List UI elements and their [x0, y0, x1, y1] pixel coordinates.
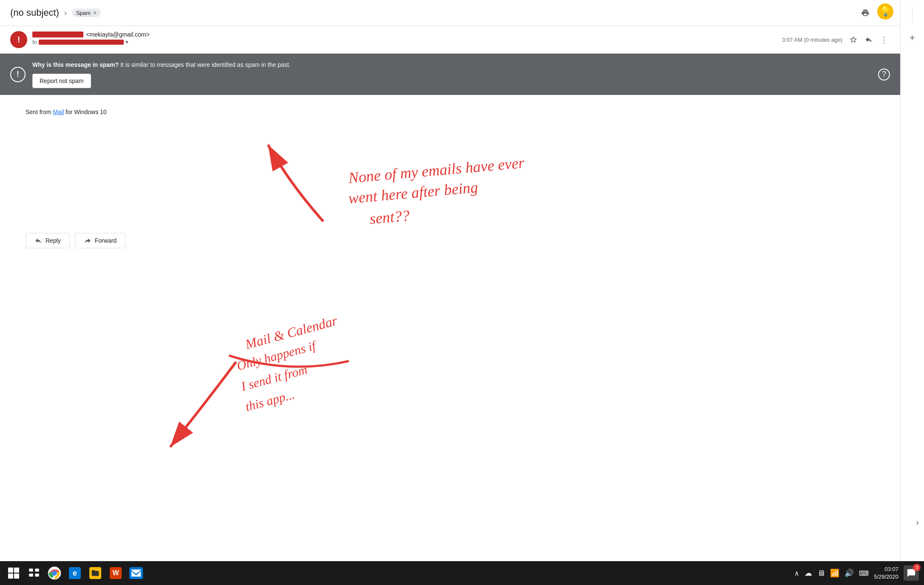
- forward-button[interactable]: Forward: [75, 233, 125, 248]
- sidebar-expand-icon[interactable]: ›: [916, 517, 919, 527]
- svg-text:Mail & Calendar: Mail & Calendar: [243, 313, 339, 352]
- star-icon: [849, 35, 858, 44]
- reply-icon: [34, 237, 42, 244]
- spam-banner: ! Why is this message in spam? It is sim…: [0, 54, 900, 95]
- sidebar-divider-top: [912, 7, 913, 24]
- display-icon: 🖥: [817, 569, 825, 578]
- to-label: to: [32, 39, 37, 45]
- sender-name-redacted: [32, 32, 83, 37]
- svg-text:I send it from: I send it from: [239, 362, 309, 393]
- recipient-redacted: [39, 40, 124, 45]
- svg-rect-15: [35, 574, 39, 576]
- cloud-icon: ☁: [804, 568, 812, 578]
- chat-button[interactable]: 3: [904, 565, 919, 581]
- spam-badge-label: Spam: [76, 10, 91, 16]
- chrome-icon: [48, 566, 61, 580]
- edge-icon: e: [69, 567, 81, 579]
- mail-app-icon: [129, 567, 143, 579]
- sender-to-row: to ▾: [32, 39, 782, 45]
- more-options-icon: ⋮: [880, 34, 888, 45]
- task-view-button[interactable]: [26, 565, 43, 582]
- sender-name-row: <mekiayla@gmail.com>: [32, 31, 782, 38]
- edge-button[interactable]: e: [66, 565, 83, 582]
- network-icon: 📶: [830, 568, 839, 578]
- forward-icon: [84, 237, 91, 244]
- forward-label: Forward: [95, 237, 117, 244]
- sidebar-add-icon[interactable]: +: [910, 32, 915, 43]
- sender-email: <mekiayla@gmail.com>: [86, 31, 150, 38]
- reply-label: Reply: [46, 237, 61, 244]
- spam-reason-bold: Why is this message in spam?: [32, 61, 119, 68]
- svg-rect-8: [8, 568, 13, 573]
- spam-help-icon[interactable]: ?: [878, 69, 890, 80]
- windows-logo-icon: [8, 567, 20, 579]
- mail-link[interactable]: Mail: [53, 109, 64, 115]
- timestamp-text: 3:07 AM (0 minutes ago): [782, 37, 842, 43]
- taskbar: e W ∧ ☁ 🖥 📶 🔊: [0, 561, 924, 585]
- spam-reason-normal: It is similar to messages that were iden…: [119, 61, 291, 68]
- chrome-button[interactable]: [46, 565, 63, 582]
- svg-rect-13: [35, 569, 39, 572]
- report-not-spam-button[interactable]: Report not spam: [32, 74, 91, 88]
- clock-date: 5/29/2020: [874, 573, 898, 581]
- email-body: Sent from Mail for Windows 10: [0, 95, 900, 223]
- keyboard-icon: ⌨: [859, 569, 869, 577]
- file-explorer-icon: [89, 567, 101, 579]
- google-avatar[interactable]: 💡: [877, 3, 893, 20]
- spam-banner-content: Why is this message in spam? It is simil…: [32, 60, 871, 88]
- dropdown-icon[interactable]: ▾: [125, 39, 128, 45]
- svg-rect-12: [29, 569, 33, 572]
- email-meta: ! <mekiayla@gmail.com> to ▾ 3:07 AM (0 m…: [0, 26, 900, 54]
- clock-time: 03:07: [874, 565, 898, 573]
- svg-text:this app...: this app...: [244, 387, 296, 414]
- system-tray: ∧ ☁ 🖥 📶 🔊 ⌨ 03:07 5/29/2020 3: [794, 565, 919, 581]
- file-explorer-button[interactable]: [87, 565, 104, 582]
- spam-badge-close-icon[interactable]: ×: [93, 9, 97, 16]
- print-icon: [861, 9, 870, 17]
- office-icon: W: [110, 567, 122, 579]
- office-button[interactable]: W: [107, 565, 124, 582]
- email-subject: (no subject): [10, 7, 59, 18]
- spam-banner-text: Why is this message in spam? It is simil…: [32, 60, 871, 69]
- avatar-icon: !: [17, 35, 20, 45]
- reply-button[interactable]: Reply: [26, 233, 70, 248]
- system-tray-expand-icon[interactable]: ∧: [794, 569, 799, 577]
- sent-from-text: Sent from Mail for Windows 10: [26, 109, 875, 115]
- forward-arrow-icon: ›: [64, 9, 67, 17]
- reply-header-button[interactable]: [863, 34, 875, 46]
- svg-rect-10: [8, 574, 13, 579]
- more-options-button[interactable]: ⋮: [878, 33, 890, 46]
- action-buttons-row: Reply Forward: [0, 223, 900, 258]
- taskbar-time: 03:07 5/29/2020: [874, 565, 898, 581]
- top-bar: (no subject) › Spam × 💡: [0, 0, 900, 26]
- start-button[interactable]: [5, 565, 22, 582]
- reply-header-icon: [864, 35, 873, 44]
- task-view-icon: [28, 567, 40, 579]
- right-sidebar: + ›: [900, 0, 924, 561]
- volume-icon: 🔊: [844, 568, 854, 578]
- sender-avatar: !: [10, 31, 27, 48]
- star-button[interactable]: [847, 34, 859, 46]
- chat-badge: 3: [913, 564, 921, 571]
- svg-rect-14: [29, 574, 33, 576]
- email-timestamp-area: 3:07 AM (0 minutes ago) ⋮: [782, 33, 890, 46]
- email-panel: (no subject) › Spam × 💡 !: [0, 0, 900, 561]
- sender-info: <mekiayla@gmail.com> to ▾: [32, 31, 782, 45]
- spam-banner-exclamation-icon: !: [10, 67, 26, 82]
- main-wrapper: (no subject) › Spam × 💡 !: [0, 0, 924, 585]
- svg-point-18: [52, 571, 57, 575]
- svg-text:Only happens if: Only happens if: [235, 338, 319, 373]
- print-button[interactable]: [859, 7, 871, 19]
- svg-rect-11: [14, 574, 19, 579]
- svg-rect-9: [14, 568, 19, 573]
- timestamp-actions: ⋮: [847, 33, 890, 46]
- spam-badge: Spam ×: [72, 9, 101, 17]
- mail-app-button[interactable]: [128, 565, 145, 582]
